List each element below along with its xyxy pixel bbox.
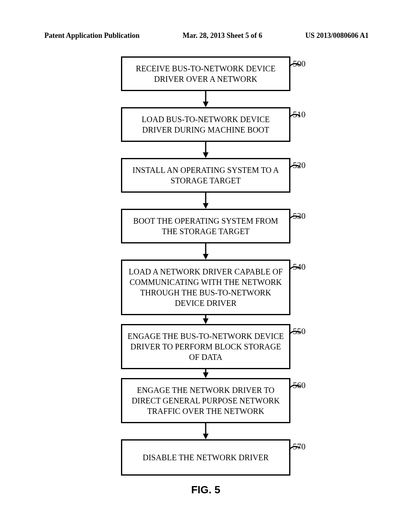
svg-marker-5	[203, 203, 209, 209]
flow-step: RECEIVE BUS-TO-NETWORK DEVICE DRIVER OVE…	[77, 56, 335, 91]
step-text: DISABLE THE NETWORK DRIVER	[143, 452, 269, 463]
step-box-550: ENGAGE THE BUS-TO-NETWORK DEVICE DRIVER …	[121, 324, 290, 369]
svg-marker-9	[203, 318, 209, 324]
step-ref: 550	[293, 326, 306, 337]
flow-arrow-icon	[77, 91, 335, 107]
flow-step: DISABLE THE NETWORK DRIVER 570	[77, 439, 335, 476]
step-ref: 500	[293, 59, 306, 69]
flow-arrow-icon	[77, 243, 335, 260]
step-ref: 570	[293, 442, 306, 452]
step-text: ENGAGE THE BUS-TO-NETWORK DEVICE DRIVER …	[126, 331, 285, 362]
svg-marker-11	[203, 372, 209, 378]
flow-step: LOAD BUS-TO-NETWORK DEVICE DRIVER DURING…	[77, 107, 335, 142]
figure-label: FIG. 5	[77, 484, 335, 496]
step-ref: 510	[293, 110, 306, 120]
header-right: US 2013/0080606 A1	[305, 31, 369, 40]
step-box-570: DISABLE THE NETWORK DRIVER	[121, 439, 290, 476]
header-left: Patent Application Publication	[44, 31, 140, 40]
flow-arrow-icon	[77, 193, 335, 209]
step-text: INSTALL AN OPERATING SYSTEM TO A STORAGE…	[126, 165, 285, 186]
step-ref: 520	[293, 160, 306, 170]
flow-step: ENGAGE THE NETWORK DRIVER TO DIRECT GENE…	[77, 378, 335, 423]
step-box-540: LOAD A NETWORK DRIVER CAPABLE OF COMMUNI…	[121, 260, 290, 315]
svg-marker-13	[203, 434, 209, 439]
step-text: LOAD A NETWORK DRIVER CAPABLE OF COMMUNI…	[126, 266, 285, 308]
step-text: RECEIVE BUS-TO-NETWORK DEVICE DRIVER OVE…	[126, 63, 285, 84]
flow-arrow-icon	[77, 142, 335, 158]
step-box-560: ENGAGE THE NETWORK DRIVER TO DIRECT GENE…	[121, 378, 290, 423]
step-box-500: RECEIVE BUS-TO-NETWORK DEVICE DRIVER OVE…	[121, 56, 290, 91]
step-box-520: INSTALL AN OPERATING SYSTEM TO A STORAGE…	[121, 158, 290, 193]
flow-arrow-icon	[77, 423, 335, 439]
page-header: Patent Application Publication Mar. 28, …	[44, 31, 369, 40]
step-ref: 540	[293, 262, 306, 272]
flow-step: BOOT THE OPERATING SYSTEM FROM THE STORA…	[77, 209, 335, 243]
step-text: BOOT THE OPERATING SYSTEM FROM THE STORA…	[126, 216, 285, 237]
flow-step: LOAD A NETWORK DRIVER CAPABLE OF COMMUNI…	[77, 260, 335, 315]
header-center: Mar. 28, 2013 Sheet 5 of 6	[183, 31, 262, 40]
svg-marker-1	[203, 102, 209, 107]
step-box-530: BOOT THE OPERATING SYSTEM FROM THE STORA…	[121, 209, 290, 243]
flow-arrow-icon	[77, 315, 335, 324]
step-text: LOAD BUS-TO-NETWORK DEVICE DRIVER DURING…	[126, 114, 285, 135]
flow-step: INSTALL AN OPERATING SYSTEM TO A STORAGE…	[77, 158, 335, 193]
step-box-510: LOAD BUS-TO-NETWORK DEVICE DRIVER DURING…	[121, 107, 290, 142]
step-ref: 530	[293, 211, 306, 221]
step-ref: 560	[293, 380, 306, 391]
flow-step: ENGAGE THE BUS-TO-NETWORK DEVICE DRIVER …	[77, 324, 335, 369]
svg-marker-3	[203, 152, 209, 158]
step-text: ENGAGE THE NETWORK DRIVER TO DIRECT GENE…	[126, 385, 285, 416]
svg-marker-7	[203, 254, 209, 260]
flow-arrow-icon	[77, 369, 335, 378]
flowchart: RECEIVE BUS-TO-NETWORK DEVICE DRIVER OVE…	[77, 56, 335, 496]
